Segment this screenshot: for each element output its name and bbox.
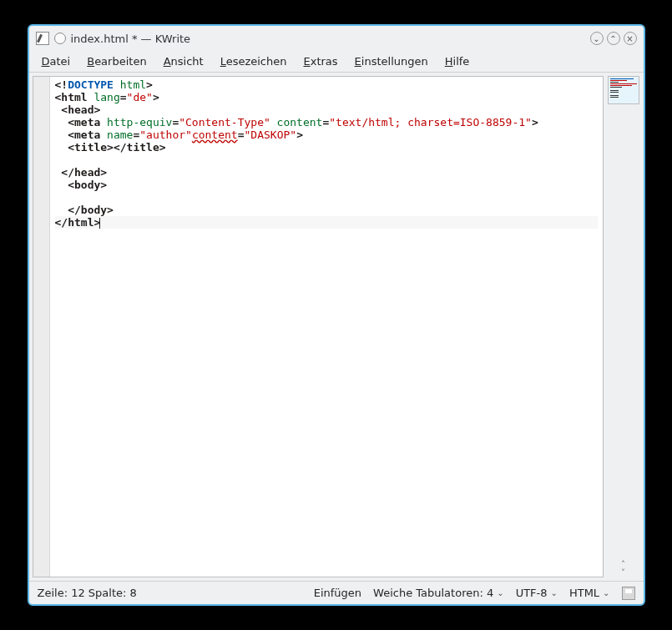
code-line bbox=[55, 154, 598, 166]
minimize-button[interactable]: ⌄ bbox=[590, 32, 604, 45]
code-line: <meta http-equiv="Content-Type" content=… bbox=[55, 116, 598, 129]
menu-hilfe[interactable]: Hilfe bbox=[437, 53, 477, 70]
scroll-down-icon[interactable]: ˅ bbox=[621, 569, 625, 577]
menu-bearbeiten[interactable]: Bearbeiten bbox=[79, 53, 154, 70]
document-icon bbox=[54, 33, 66, 44]
cursor-position[interactable]: Zeile: 12 Spalte: 8 bbox=[38, 587, 137, 599]
menu-einstellungen[interactable]: Einstellungen bbox=[347, 53, 436, 70]
app-window: index.html * — KWrite ⌄ ⌃ × DateiBearbei… bbox=[28, 24, 645, 606]
titlebar[interactable]: index.html * — KWrite ⌄ ⌃ × bbox=[29, 26, 644, 51]
code-line: </head> bbox=[55, 166, 598, 179]
code-line: <body> bbox=[55, 179, 598, 191]
window-title: index.html * — KWrite bbox=[71, 33, 587, 45]
menu-datei[interactable]: Datei bbox=[34, 53, 78, 70]
code-line bbox=[55, 191, 598, 204]
menu-lesezeichen[interactable]: Lesezeichen bbox=[213, 53, 295, 70]
menu-ansicht[interactable]: Ansicht bbox=[156, 53, 211, 70]
fold-gutter[interactable] bbox=[33, 77, 50, 577]
code-line: </body> bbox=[55, 204, 598, 216]
kwrite-app-icon bbox=[36, 32, 49, 45]
code-line: <head> bbox=[55, 103, 598, 116]
editor-frame: <!DOCTYPE html><html lang="de"> <head> <… bbox=[33, 76, 604, 577]
maximize-button[interactable]: ⌃ bbox=[607, 32, 620, 45]
statusbar: Zeile: 12 Spalte: 8 Einfügen Weiche Tabu… bbox=[29, 581, 644, 604]
code-line: </html> bbox=[55, 216, 598, 229]
minimap[interactable] bbox=[608, 76, 639, 104]
syntax-selector[interactable]: HTML ⌄ bbox=[569, 587, 610, 599]
save-icon[interactable] bbox=[622, 587, 635, 600]
code-line: <meta name="author"content="DASKOP"> bbox=[55, 129, 598, 141]
code-line: <!DOCTYPE html> bbox=[55, 78, 598, 91]
right-column: ˄ ˅ bbox=[607, 76, 640, 577]
close-button[interactable]: × bbox=[624, 32, 637, 45]
menubar: DateiBearbeitenAnsichtLesezeichenExtrasE… bbox=[29, 51, 644, 73]
insert-mode[interactable]: Einfügen bbox=[314, 587, 361, 599]
chevron-down-icon: ⌄ bbox=[497, 588, 503, 597]
menu-extras[interactable]: Extras bbox=[296, 53, 346, 70]
tab-settings[interactable]: Weiche Tabulatoren: 4 ⌄ bbox=[373, 587, 504, 599]
encoding-selector[interactable]: UTF-8 ⌄ bbox=[516, 587, 558, 599]
editor-area: <!DOCTYPE html><html lang="de"> <head> <… bbox=[29, 73, 644, 581]
chevron-down-icon: ⌄ bbox=[603, 588, 609, 597]
code-line: <html lang="de"> bbox=[55, 91, 598, 103]
code-line: <title></title> bbox=[55, 141, 598, 154]
chevron-down-icon: ⌄ bbox=[551, 588, 558, 597]
code-editor[interactable]: <!DOCTYPE html><html lang="de"> <head> <… bbox=[50, 77, 603, 577]
